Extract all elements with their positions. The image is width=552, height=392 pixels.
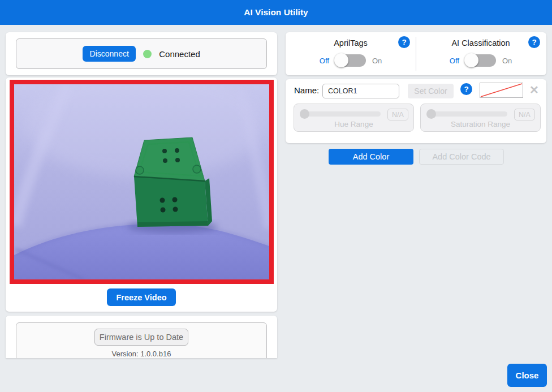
hue-slider-track[interactable] — [301, 111, 381, 117]
set-color-button[interactable]: Set Color — [408, 84, 454, 98]
saturation-slider-track[interactable] — [428, 111, 507, 117]
apriltags-toggle-knob[interactable] — [334, 53, 348, 67]
page-title: AI Vision Utility — [244, 7, 308, 18]
ai-classification-help-icon[interactable]: ? — [528, 36, 540, 48]
firmware-status-button[interactable]: Firmware is Up to Date — [94, 329, 188, 346]
firmware-version-label: Version: 1.0.0.b16 — [112, 350, 171, 358]
color-name-input[interactable] — [322, 84, 399, 98]
color-help-icon[interactable]: ? — [460, 83, 472, 95]
hue-slider-knob[interactable] — [300, 109, 309, 119]
saturation-slider-knob[interactable] — [426, 109, 436, 119]
firmware-card: Firmware is Up to Date Version: 1.0.0.b1… — [6, 316, 277, 358]
ai-classification-toggle-row: Off On — [416, 54, 546, 67]
apriltags-toggle[interactable] — [335, 54, 366, 67]
firmware-box: Firmware is Up to Date Version: 1.0.0.b1… — [16, 322, 267, 358]
clear-color-icon[interactable]: ✕ — [529, 83, 539, 97]
ai-classification-on-label: On — [502, 57, 512, 65]
close-button[interactable]: Close — [507, 364, 547, 387]
apriltags-help-icon[interactable]: ? — [398, 36, 410, 48]
apriltags-label: AprilTags — [286, 38, 416, 48]
saturation-range-label: Saturation Range — [421, 120, 540, 128]
connection-box: Disconnect Connected — [16, 38, 267, 69]
add-color-button[interactable]: Add Color — [329, 149, 413, 165]
connection-status-label: Connected — [159, 49, 200, 59]
apriltags-on-label: On — [372, 57, 382, 65]
freeze-video-button[interactable]: Freeze Video — [107, 288, 176, 306]
lightbox-scene — [14, 84, 269, 279]
hue-range-label: Hue Range — [294, 120, 413, 128]
color-name-label: Name: — [294, 85, 319, 95]
title-bar: AI Vision Utility — [0, 0, 552, 25]
ai-classification-toggle[interactable] — [465, 54, 496, 67]
no-color-line-icon — [480, 83, 523, 97]
features-card: AprilTags ? Off On AI Classification ? O… — [286, 32, 546, 75]
apriltags-section: AprilTags ? Off On — [286, 32, 416, 75]
video-card: Freeze Video — [6, 77, 277, 312]
apriltags-toggle-row: Off On — [286, 54, 416, 67]
color-config-card: Name: Set Color ? ✕ N/A Hue Range N/A Sa… — [286, 79, 546, 143]
ai-classification-off-label: Off — [450, 57, 459, 65]
ai-vision-utility-window: AI Vision Utility Disconnect Connected — [0, 0, 552, 392]
ai-classification-section: AI Classification ? Off On — [416, 32, 546, 75]
saturation-range-panel: N/A Saturation Range — [420, 104, 541, 132]
disconnect-button[interactable]: Disconnect — [83, 46, 136, 62]
apriltags-off-label: Off — [320, 57, 329, 65]
add-color-code-button[interactable]: Add Color Code — [419, 149, 504, 165]
saturation-value-badge: N/A — [514, 109, 535, 120]
hue-value-badge: N/A — [387, 109, 408, 120]
ai-classification-label: AI Classification — [416, 38, 546, 48]
connection-card: Disconnect Connected — [6, 32, 277, 75]
hue-range-panel: N/A Hue Range — [294, 104, 414, 132]
no-color-swatch — [480, 83, 523, 98]
connected-status-dot-icon — [143, 50, 152, 58]
camera-video-feed — [10, 80, 274, 284]
ai-classification-toggle-knob[interactable] — [464, 53, 478, 67]
